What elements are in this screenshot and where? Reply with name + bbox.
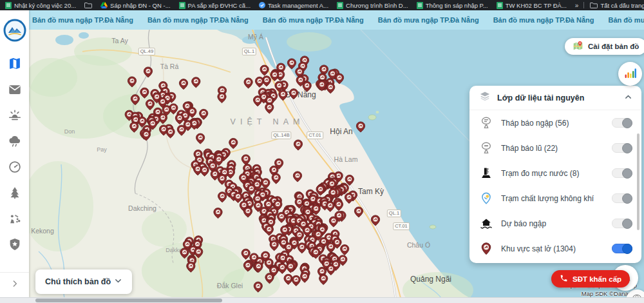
app-window: Nhật ký công việc 20...Sáp nhập ĐN - QN … — [0, 0, 644, 303]
emergency-phone-button[interactable]: SĐT khẩn cấp — [551, 270, 630, 288]
app-tab[interactable]: Bản đồ mưa ngập TP.Đà Nẵng — [147, 16, 249, 24]
toggle-knob — [622, 118, 632, 128]
sidebar-item-map[interactable] — [7, 57, 22, 72]
bookmark-list: Nhật ký công việc 20...Sáp nhập ĐN - QN … — [5, 2, 567, 9]
landslide-area-pin-icon — [478, 241, 494, 257]
bookmark-item[interactable]: Thông tin sáp nhập P... — [417, 2, 488, 9]
toggle-knob — [622, 193, 632, 204]
layer-toggle[interactable] — [612, 244, 632, 253]
app-tab-bar: Bản đồ mưa ngập TP.Đà NẵngBản đồ mưa ngậ… — [0, 10, 644, 30]
sheets-icon — [179, 2, 185, 9]
shield-icon — [8, 237, 22, 254]
all-bookmarks-button[interactable]: Tất cả dấu trang — [590, 2, 644, 9]
app-logo[interactable] — [3, 19, 26, 42]
horizontal-scrollbar[interactable] — [0, 297, 644, 303]
layer-label: Dự báo ngập — [501, 219, 605, 228]
gauge-icon — [8, 160, 22, 177]
layer-toggle[interactable] — [612, 168, 632, 178]
sheets-icon — [417, 2, 423, 9]
app-tab[interactable]: Bản đồ mưa ngập TP.Đà Nẵng — [378, 16, 479, 24]
toggle-knob — [622, 143, 632, 153]
map-pin-icon — [573, 41, 583, 53]
layer-label: Tháp báo ngập (56) — [501, 119, 605, 128]
folder-icon — [590, 2, 598, 8]
layer-row[interactable]: Tháp báo ngập (56) — [469, 110, 641, 135]
chevron-down-icon — [114, 277, 122, 287]
island — [430, 225, 436, 229]
app-tab[interactable]: Bản đồ mưa ngập TP.Đà Nẵng — [32, 16, 133, 24]
landslide-icon — [8, 211, 22, 228]
statistics-chart-button[interactable] — [618, 62, 642, 86]
sidebar-item-shield[interactable] — [7, 238, 22, 253]
layer-row[interactable]: Dự báo ngập — [469, 211, 641, 236]
layer-row[interactable]: Khu vực sạt lở (1304) — [469, 236, 641, 261]
sidebar-item-landslide[interactable] — [7, 212, 22, 227]
toggle-knob — [622, 219, 632, 229]
water-level-station-icon — [478, 166, 494, 181]
map-settings-button[interactable]: Cài đặt bản đồ — [565, 38, 644, 55]
bar-chart-icon — [624, 66, 637, 82]
bookmark-item[interactable]: PA sắp xếp ĐVHC cã... — [179, 2, 251, 9]
layer-row[interactable]: Tháp báo lũ (22) — [469, 135, 641, 161]
map-legend-button[interactable]: Chú thích bản đồ — [35, 269, 132, 294]
drive-icon — [100, 2, 108, 8]
app-tab[interactable]: Bản đồ mưa ngập TP.Đà Nẵng — [263, 16, 364, 24]
panel-scrollbar[interactable] — [637, 133, 639, 230]
bookmarks-right: » Tất cả dấu trang — [575, 2, 644, 9]
sidebar-item-mail[interactable] — [7, 83, 22, 98]
bookmark-item[interactable]: Task management A... — [259, 2, 328, 9]
layer-label: Khu vực sạt lở (1304) — [501, 244, 605, 253]
chevron-up-icon[interactable] — [624, 92, 632, 104]
bookmark-item[interactable] — [84, 2, 92, 8]
bookmark-item[interactable]: Chương trình Bình D... — [337, 2, 408, 9]
layer-toggle[interactable] — [612, 193, 632, 203]
layers-list: Tháp báo ngập (56)Tháp báo lũ (22)Trạm đ… — [469, 110, 641, 261]
bookmark-item[interactable]: Nhật ký công việc 20... — [5, 2, 76, 9]
phone-icon — [560, 274, 568, 284]
layers-panel: Lớp dữ liệu tài nguyên Tháp báo ngập (56… — [469, 86, 641, 263]
flood-forecast-icon — [478, 216, 494, 231]
layers-icon — [478, 90, 491, 106]
horizontal-scrollbar-thumb[interactable] — [35, 298, 222, 302]
layer-label: Trạm chất lượng không khí — [501, 194, 605, 203]
bookmarks-divider — [583, 2, 584, 8]
chevron-right-icon — [10, 279, 20, 291]
sidebar-expand-button[interactable] — [0, 272, 29, 298]
folder-icon — [84, 2, 92, 8]
layer-toggle[interactable] — [612, 219, 632, 228]
toggle-knob — [622, 168, 632, 179]
rain-icon — [8, 134, 22, 151]
sidebar-icon-list — [7, 57, 22, 253]
sidebar-item-tree[interactable] — [7, 186, 22, 201]
layer-toggle[interactable] — [612, 143, 632, 153]
layer-toggle[interactable] — [612, 118, 632, 128]
bookmark-item[interactable]: TW KH02 BC TP ĐÀ... — [497, 2, 567, 9]
bookmarks-overflow-chevron[interactable]: » — [575, 2, 578, 9]
air-quality-station-icon — [478, 191, 494, 206]
layers-panel-title: Lớp dữ liệu tài nguyên — [497, 93, 618, 103]
map-icon — [8, 57, 22, 73]
sidebar-item-gauge[interactable] — [7, 161, 22, 175]
sheets-icon — [337, 2, 343, 9]
sidebar-item-rain[interactable] — [7, 135, 22, 150]
task-icon — [259, 2, 265, 8]
mail-icon — [8, 83, 22, 99]
bookmark-item[interactable]: Sáp nhập ĐN - QN -... — [100, 2, 170, 9]
sidebar-item-sunrise[interactable] — [7, 109, 22, 124]
sheets-icon — [497, 2, 503, 9]
app-tab[interactable]: Bản đồ mưa ngập TP.Đà Nẵng — [609, 16, 644, 24]
layer-row[interactable]: Trạm chất lượng không khí — [469, 186, 641, 211]
left-sidebar — [0, 10, 29, 298]
layer-row[interactable]: Trạm đo mực nước (8) — [469, 161, 641, 186]
island — [368, 115, 376, 120]
toggle-knob — [622, 244, 632, 254]
bookmarks-bar: Nhật ký công việc 20...Sáp nhập ĐN - QN … — [0, 0, 644, 10]
app-tab[interactable]: Bản đồ mưa ngập TP.Đà Nẵng — [493, 16, 594, 24]
sunrise-icon — [8, 108, 22, 125]
sheets-icon — [5, 2, 12, 9]
tree-icon — [8, 186, 22, 202]
layers-panel-header[interactable]: Lớp dữ liệu tài nguyên — [469, 86, 641, 110]
layer-label: Tháp báo lũ (22) — [501, 144, 605, 153]
flood-tower-icon — [478, 115, 494, 131]
layer-label: Trạm đo mực nước (8) — [501, 169, 605, 178]
